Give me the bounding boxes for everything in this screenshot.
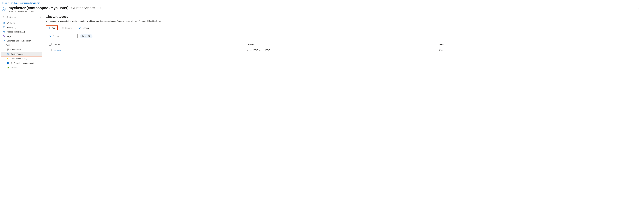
add-button-label: Add (52, 27, 55, 29)
svg-rect-33 (8, 67, 9, 69)
sidebar-item-activity-log[interactable]: Activity log (1, 25, 42, 30)
svg-rect-32 (8, 67, 8, 68)
type-filter-label: Type : (82, 35, 88, 37)
svg-rect-30 (7, 62, 9, 64)
svg-marker-2 (100, 7, 102, 9)
sidebar: Overview Activity log Access control (IA… (0, 15, 42, 70)
table-search-input[interactable] (52, 35, 76, 37)
config-mgmt-icon (6, 62, 9, 64)
svg-point-1 (5, 8, 6, 9)
svg-rect-24 (8, 49, 9, 50)
content-heading: Cluster Access (46, 15, 640, 19)
resource-header: mycluster (contosopool/mycluster) | Clus… (0, 5, 644, 15)
svg-line-9 (8, 17, 8, 18)
type-filter-value: All (88, 35, 90, 37)
sidebar-item-secure-shell[interactable]: Secure shell (SSH) (1, 56, 42, 61)
favorite-star-icon[interactable] (99, 7, 102, 10)
chevron-down-icon (3, 44, 5, 46)
filter-row: Type : All (46, 34, 640, 38)
svg-line-22 (5, 40, 5, 41)
sidebar-item-label: Services (10, 67, 18, 69)
svg-point-5 (106, 8, 106, 8)
type-filter-pill[interactable]: Type : All (80, 34, 92, 38)
svg-line-42 (50, 36, 51, 37)
svg-rect-31 (7, 68, 8, 68)
svg-point-27 (8, 54, 8, 54)
sidebar-item-config-mgmt[interactable]: Configuration Management (1, 61, 42, 65)
more-actions-icon[interactable] (104, 7, 107, 10)
table-header-row: Name Object ID Type (46, 41, 640, 47)
svg-line-12 (4, 22, 5, 23)
search-icon (49, 35, 51, 37)
svg-rect-25 (7, 50, 8, 51)
svg-rect-29 (8, 58, 8, 59)
close-icon[interactable] (636, 6, 642, 10)
row-more-actions-icon[interactable]: ··· (632, 49, 640, 51)
remove-button: Remove (60, 26, 74, 30)
col-header-object-id[interactable]: Object ID (247, 43, 439, 45)
sidebar-item-label: Secure shell (SSH) (10, 58, 27, 60)
sidebar-item-overview[interactable]: Overview (1, 21, 42, 25)
title-separator: | (69, 6, 71, 10)
sidebar-item-cluster-access[interactable]: Cluster Access (1, 52, 42, 56)
sidebar-search-input[interactable] (10, 16, 37, 18)
sidebar-item-tags[interactable]: Tags (1, 34, 42, 39)
row-name-link[interactable]: contoso (54, 49, 61, 51)
sidebar-item-access-control[interactable]: Access control (IAM) (1, 30, 42, 34)
sidebar-item-label: Cluster Access (10, 53, 23, 55)
collapse-sidebar-icon[interactable] (39, 16, 41, 18)
row-object-id: abcde-12345-abcde-12345 (247, 49, 439, 51)
svg-point-3 (104, 8, 105, 8)
breadcrumb-current[interactable]: mycluster (contosopool/mycluster) (11, 2, 40, 4)
ssh-key-icon (6, 57, 9, 60)
access-table: Name Object ID Type contoso abcde-12345-… (46, 41, 640, 53)
breadcrumb-home[interactable]: Home (2, 2, 7, 4)
breadcrumb-separator: > (8, 2, 10, 4)
activity-log-icon (3, 26, 6, 29)
services-icon (6, 66, 9, 69)
pin-icon[interactable] (2, 16, 4, 18)
refresh-button[interactable]: Refresh (76, 26, 91, 30)
trash-icon (62, 27, 64, 29)
svg-point-41 (50, 36, 50, 36)
svg-point-18 (4, 31, 4, 32)
sidebar-item-label: Cluster size (10, 49, 21, 51)
sidebar-item-label: Overview (7, 22, 15, 24)
page-title: mycluster (contosopool/mycluster) | Clus… (9, 6, 95, 10)
svg-point-8 (7, 16, 8, 17)
sidebar-item-label: Diagnose and solve problems (7, 40, 32, 42)
plus-icon (48, 27, 50, 29)
breadcrumb: Home > mycluster (contosopool/mycluster) (0, 0, 644, 5)
cluster-access-icon (2, 6, 6, 12)
sidebar-item-cluster-size[interactable]: Cluster size (1, 47, 42, 52)
svg-rect-23 (7, 49, 8, 50)
sidebar-item-label: Tags (7, 35, 11, 38)
sidebar-item-diagnose[interactable]: Diagnose and solve problems (1, 39, 42, 43)
refresh-button-label: Refresh (82, 27, 89, 29)
sidebar-section-settings[interactable]: Settings (1, 43, 42, 47)
svg-point-26 (7, 53, 8, 54)
resource-title: mycluster (contosopool/mycluster) (9, 6, 68, 10)
resource-subtitle: Azure HDInsight on AKS cluster (9, 10, 95, 13)
row-checkbox[interactable] (49, 49, 52, 51)
add-button[interactable]: Add (46, 26, 58, 30)
main-content: Cluster Access You can control access to… (42, 15, 644, 70)
svg-rect-36 (62, 28, 63, 29)
refresh-icon (78, 27, 81, 29)
col-header-name[interactable]: Name (54, 43, 247, 45)
table-search[interactable] (48, 34, 78, 38)
cluster-size-icon (6, 48, 9, 51)
sidebar-search[interactable] (5, 15, 38, 19)
overview-icon (3, 22, 6, 24)
toolbar: Add Remove Refresh (46, 26, 640, 30)
access-control-icon (3, 31, 6, 33)
select-all-checkbox[interactable] (49, 43, 52, 46)
svg-point-4 (105, 8, 106, 8)
sidebar-item-label: Activity log (7, 26, 16, 29)
remove-button-label: Remove (65, 27, 72, 29)
col-header-type[interactable]: Type (439, 43, 632, 45)
sidebar-item-services[interactable]: Services (1, 65, 42, 70)
sidebar-item-label: Configuration Management (10, 62, 34, 64)
search-icon (6, 16, 8, 18)
row-type: User (439, 49, 632, 51)
